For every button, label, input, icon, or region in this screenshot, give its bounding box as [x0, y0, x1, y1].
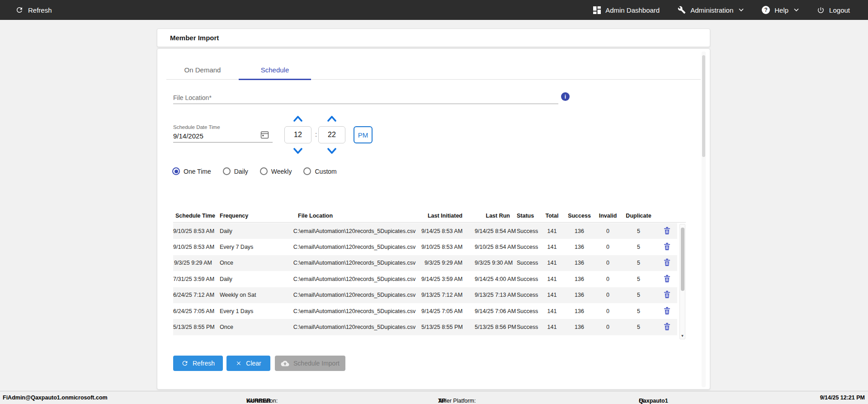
cell-total: 141 — [541, 292, 563, 298]
delete-row-button[interactable] — [664, 275, 670, 282]
delete-row-button[interactable] — [664, 242, 670, 250]
table-row[interactable]: 6/24/25 7:12 AM Weekly on Sat C:\email\A… — [173, 287, 686, 303]
table-row[interactable]: 9/3/25 9:29 AM Once C:\email\Automation\… — [173, 255, 686, 271]
menu-logout-label: Logout — [829, 6, 850, 14]
cell-schedule-time: 6/24/25 7:05 AM — [173, 308, 218, 314]
cell-last-run: 9/13/25 7:13 AM — [475, 292, 515, 298]
schedule-date-input[interactable] — [173, 131, 259, 141]
trash-icon — [664, 227, 670, 234]
cell-duplicate: 5 — [622, 260, 656, 266]
refresh-icon — [181, 360, 189, 367]
cell-frequency: Daily — [220, 276, 288, 282]
clear-button-label: Clear — [246, 360, 261, 367]
cell-total: 141 — [541, 244, 563, 250]
cell-invalid: 0 — [595, 324, 620, 330]
hour-increment-button[interactable] — [293, 115, 303, 121]
tab-schedule-label: Schedule — [261, 66, 289, 74]
cell-total: 141 — [541, 276, 563, 282]
info-icon[interactable]: i — [561, 92, 570, 101]
cell-status: Success — [517, 292, 539, 298]
menu-administration[interactable]: Administration — [678, 6, 744, 14]
cell-schedule-time: 9/3/25 9:29 AM — [173, 260, 218, 266]
cell-total: 141 — [541, 308, 563, 314]
radio-one-time[interactable]: One Time — [172, 167, 211, 175]
cell-status: Success — [517, 260, 539, 266]
status-timestamp: 9/14/25 12:21 PM — [820, 394, 865, 401]
panel-scrollbar-thumb[interactable] — [702, 55, 705, 157]
column-last-initiated: Last Initiated — [421, 213, 473, 219]
delete-row-button[interactable] — [664, 307, 670, 314]
table-row[interactable]: 7/31/25 3:59 AM Daily C:\email\Automatio… — [173, 271, 686, 287]
cell-invalid: 0 — [595, 292, 620, 298]
minute-input[interactable] — [318, 126, 345, 143]
delete-row-button[interactable] — [664, 258, 670, 266]
cell-success: 136 — [565, 292, 594, 298]
cell-last-run: 5/13/25 8:56 PM — [475, 324, 515, 330]
clear-button[interactable]: Clear — [226, 356, 270, 371]
cell-last-initiated: 9/14/25 7:05 AM — [421, 308, 473, 314]
table-scrollbar[interactable]: ▼ — [679, 224, 685, 339]
cell-file-location: C:\email\Automation\120records_5Dupicate… — [289, 228, 420, 234]
page-header-card: Member Import — [157, 29, 710, 47]
radio-daily[interactable]: Daily — [223, 167, 248, 175]
radio-custom[interactable]: Custom — [303, 167, 336, 175]
menu-admin-dashboard[interactable]: Admin Dashboard — [593, 6, 660, 14]
cell-frequency: Once — [220, 324, 288, 330]
table-body: 9/10/25 8:53 AM Daily C:\email\Automatio… — [173, 223, 686, 335]
minute-increment-button[interactable] — [327, 115, 337, 121]
cell-schedule-time: 9/10/25 8:53 AM — [173, 244, 218, 250]
menu-help[interactable]: ? Help — [762, 6, 799, 14]
tab-schedule[interactable]: Schedule — [239, 61, 311, 79]
table-row[interactable]: 5/13/25 8:55 PM Once C:\email\Automation… — [173, 319, 686, 335]
trash-icon — [664, 258, 670, 266]
menu-logout[interactable]: Logout — [817, 6, 850, 14]
tab-on-demand-label: On Demand — [184, 66, 221, 74]
date-field-underline — [173, 142, 273, 143]
refresh-button[interactable]: Refresh — [173, 356, 223, 371]
cell-schedule-time: 5/13/25 8:55 PM — [173, 324, 218, 330]
calendar-icon[interactable] — [260, 130, 269, 139]
cell-status: Success — [517, 308, 539, 314]
radio-weekly[interactable]: Weekly — [260, 167, 292, 175]
column-invalid: Invalid — [595, 213, 620, 219]
cell-success: 136 — [565, 228, 594, 234]
panel-scrollbar[interactable] — [702, 52, 706, 387]
fi-value: Qaxpauto1 — [639, 398, 668, 404]
minute-decrement-button[interactable] — [327, 147, 337, 153]
cell-frequency: Weekly on Sat — [220, 292, 288, 298]
cell-last-run: 9/14/25 7:06 AM — [475, 308, 515, 314]
schedule-import-button[interactable]: Schedule Import — [275, 356, 345, 371]
delete-row-button[interactable] — [664, 227, 670, 234]
member-import-panel: On Demand Schedule i Schedule Date Time … — [157, 48, 710, 390]
trash-icon — [664, 307, 670, 314]
radio-icon — [223, 167, 231, 175]
cell-success: 136 — [565, 260, 594, 266]
cell-success: 136 — [565, 276, 594, 282]
meridiem-toggle-button[interactable]: PM — [354, 126, 373, 143]
tab-on-demand[interactable]: On Demand — [166, 61, 239, 79]
radio-one-time-label: One Time — [184, 168, 211, 175]
table-row[interactable]: 6/24/25 7:05 AM Every 1 Days C:\email\Au… — [173, 303, 686, 319]
radio-icon — [260, 167, 268, 175]
delete-row-button[interactable] — [664, 323, 670, 330]
scroll-down-arrow-icon[interactable]: ▼ — [680, 334, 685, 338]
table-row[interactable]: 9/10/25 8:53 AM Every 7 Days C:\email\Au… — [173, 239, 686, 255]
cell-frequency: Every 1 Days — [220, 308, 288, 314]
teller-platform-value: XP — [438, 398, 446, 404]
delete-row-button[interactable] — [664, 290, 670, 298]
table-scrollbar-thumb[interactable] — [681, 228, 684, 291]
cell-status: Success — [517, 324, 539, 330]
hour-input[interactable] — [284, 126, 311, 143]
cell-last-initiated: 9/14/25 3:59 AM — [421, 276, 473, 282]
radio-icon — [303, 167, 311, 175]
file-location-input[interactable] — [173, 91, 558, 104]
radio-icon — [172, 167, 180, 175]
column-frequency: Frequency — [220, 213, 288, 219]
topbar-refresh-button[interactable]: Refresh — [15, 6, 52, 14]
power-icon — [817, 6, 825, 14]
table-row[interactable]: 9/10/25 8:53 AM Daily C:\email\Automatio… — [173, 223, 686, 239]
cell-schedule-time: 9/10/25 8:53 AM — [173, 228, 218, 234]
table-header: Schedule Time Frequency File Location La… — [173, 209, 686, 223]
wrench-icon — [678, 6, 686, 14]
hour-decrement-button[interactable] — [293, 147, 303, 153]
